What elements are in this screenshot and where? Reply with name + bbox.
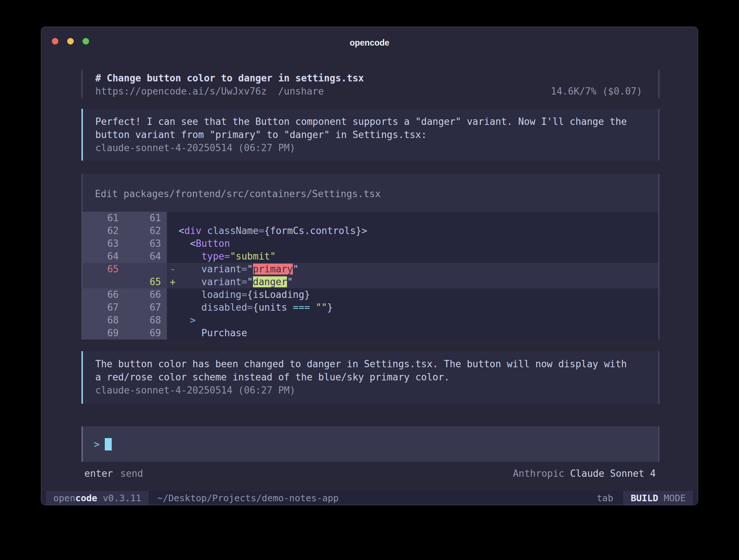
unshare-command: /unshare <box>278 85 324 98</box>
code-token: " <box>247 276 253 287</box>
diff-row: 6161 <box>83 212 658 225</box>
diff-row: 6262<div className={formCs.controls}> <box>83 225 658 237</box>
text-cursor <box>105 438 112 450</box>
code-token: = <box>259 225 264 236</box>
code-token: type <box>202 251 225 262</box>
diff-change-sign <box>167 237 179 250</box>
diff-change-sign: - <box>167 263 179 276</box>
code-token: {isLoading} <box>247 289 310 300</box>
diff-change-sign <box>167 288 179 301</box>
code-token: "" <box>316 302 327 313</box>
app-version-segment: opencode v0.3.11 <box>46 491 149 505</box>
message-text: a red/rose color scheme instead of the b… <box>95 371 658 384</box>
session-title: # Change button color to danger in setti… <box>95 72 658 85</box>
diff-old-lineno: 61 <box>83 212 125 225</box>
message-text: button variant from "primary" to "danger… <box>95 128 658 141</box>
code-token: = <box>224 251 230 262</box>
code-token: "submit" <box>230 251 276 262</box>
code-token: variant <box>179 264 241 275</box>
code-token: = <box>247 302 253 313</box>
prompt-input[interactable]: > <box>81 426 659 462</box>
diff-new-lineno: 68 <box>125 314 167 327</box>
code-token: = <box>241 289 247 300</box>
code-token: === <box>293 302 310 313</box>
assistant-message: Perfect! I can see that the Button compo… <box>81 109 659 161</box>
message-meta: claude-sonnet-4-20250514 (06:27 PM) <box>95 141 658 154</box>
code-token: > <box>361 225 367 236</box>
diff-old-lineno: 66 <box>83 288 125 301</box>
code-token: > <box>190 315 196 326</box>
diff-new-lineno: 65 <box>125 276 167 288</box>
diff-old-lineno: 62 <box>83 225 125 237</box>
app-window: opencode # Change button color to danger… <box>41 27 698 505</box>
diff-code-line: loading={isLoading} <box>179 288 658 301</box>
diff-view: 61616262<div className={formCs.controls}… <box>83 212 658 340</box>
tab-key-hint: tab <box>597 491 613 505</box>
code-token <box>179 315 190 326</box>
diff-row: 6969 Purchase <box>83 327 658 340</box>
code-token: " <box>247 264 253 275</box>
code-token: div <box>184 225 202 236</box>
mode-segment[interactable]: BUILD MODE <box>623 491 693 505</box>
code-token: " <box>293 264 299 275</box>
diff-old-lineno: 69 <box>83 327 125 340</box>
diff-old-lineno: 65 <box>83 263 125 276</box>
message-meta: claude-sonnet-4-20250514 (06:27 PM) <box>95 384 658 397</box>
diff-code-line: <div className={formCs.controls}> <box>179 225 658 237</box>
app-version: v0.3.11 <box>103 493 141 503</box>
diff-new-lineno: 64 <box>125 250 167 263</box>
code-token: < <box>179 238 196 249</box>
mode-suffix: MODE <box>664 493 686 503</box>
diff-code-line: disabled={units === ""} <box>179 301 658 314</box>
diff-old-lineno: 68 <box>83 314 125 327</box>
message-text: Perfect! I can see that the Button compo… <box>95 115 658 128</box>
diff-row: 6767 disabled={units === ""} <box>83 301 658 314</box>
code-token: = <box>241 264 247 275</box>
diff-row: 6868 > <box>83 314 658 327</box>
diff-new-lineno: 61 <box>125 212 167 225</box>
code-token: danger <box>253 276 287 287</box>
code-token: loading <box>179 289 241 300</box>
code-token: = <box>241 276 247 287</box>
diff-change-sign <box>167 250 179 263</box>
diff-new-lineno <box>125 263 167 276</box>
edit-tool-header: Edit packages/frontend/src/containers/Se… <box>83 174 658 200</box>
enter-key-hint: enter <box>84 467 113 480</box>
code-token: } <box>327 302 333 313</box>
code-token: " <box>287 276 293 287</box>
edit-tool-card: Edit packages/frontend/src/containers/Se… <box>81 174 659 340</box>
diff-code-line: type="submit" <box>179 250 658 263</box>
app-name-open: open <box>53 493 75 503</box>
prompt-symbol: > <box>94 438 100 451</box>
diff-code-line: variant="danger" <box>179 276 658 288</box>
code-token: < <box>179 225 184 236</box>
code-token: variant <box>179 276 241 287</box>
diff-old-lineno: 63 <box>83 237 125 250</box>
hint-row: enter send Anthropic Claude Sonnet 4 <box>81 467 659 480</box>
code-token <box>202 225 207 236</box>
diff-change-sign: + <box>167 276 179 288</box>
app-name-code: code <box>75 493 97 503</box>
code-token <box>179 251 202 262</box>
diff-row: 6666 loading={isLoading} <box>83 288 658 301</box>
code-token: {units <box>253 302 293 313</box>
code-token: className <box>207 225 259 236</box>
share-url[interactable]: https://opencode.ai/s/UwJxv76z <box>95 85 267 98</box>
titlebar: opencode <box>41 27 698 47</box>
send-hint-label: send <box>120 467 143 480</box>
diff-code-line: Purchase <box>179 327 658 340</box>
code-token: disabled <box>179 302 247 313</box>
diff-row: 65- variant="primary" <box>83 263 658 276</box>
model-name: Claude Sonnet 4 <box>570 468 656 479</box>
diff-new-lineno: 67 <box>125 301 167 314</box>
code-token: Button <box>196 238 230 249</box>
diff-old-lineno: 64 <box>83 250 125 263</box>
diff-code-line: <Button <box>179 237 658 250</box>
diff-new-lineno: 69 <box>125 327 167 340</box>
diff-code-line <box>179 212 658 225</box>
diff-change-sign <box>167 212 179 225</box>
working-directory: ~/Desktop/Projects/demo-notes-app <box>157 491 339 505</box>
diff-new-lineno: 62 <box>125 225 167 237</box>
diff-change-sign <box>167 301 179 314</box>
diff-row: 6464 type="submit" <box>83 250 658 263</box>
